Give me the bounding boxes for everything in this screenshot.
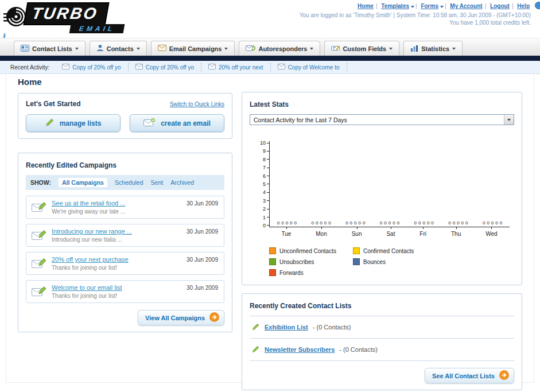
recent-activity-link[interactable]: Copy of Welcome to (288, 64, 340, 71)
campaign-row: Introducing our new range ... Introducin… (26, 224, 224, 247)
recent-activity-link[interactable]: Copy of 20% off yo (146, 64, 194, 71)
email-edit-icon (32, 201, 47, 215)
recent-activity-link[interactable]: Copy of 20% off yo (72, 64, 121, 71)
tab-custom-fields[interactable]: Custom Fields (324, 41, 399, 56)
campaign-row: Welcome to our email list Thanks for joi… (26, 280, 224, 303)
filter-sent[interactable]: Sent (151, 179, 164, 186)
filter-scheduled[interactable]: Scheduled (115, 179, 143, 186)
tab-contacts[interactable]: Contacts (90, 41, 147, 56)
separator: | (512, 3, 514, 9)
y-axis-label: 9 (263, 149, 269, 153)
top-link-templates[interactable]: Templates (381, 3, 409, 9)
manage-lists-button[interactable]: manage lists (26, 114, 121, 132)
content-frame: Home Let's Get Started Switch to Quick L… (6, 75, 534, 383)
campaign-link[interactable]: Welcome to our email list (52, 284, 184, 291)
tab-email-campaigns[interactable]: Email Campaigns (151, 41, 235, 56)
divider (250, 338, 514, 339)
chart-value-label: 0 (418, 220, 421, 226)
header: TURBO EMAIL Home| Templates| Forms| My A… (0, 0, 540, 38)
chevron-down-icon (389, 48, 393, 50)
top-link-home[interactable]: Home (358, 3, 374, 9)
chart-value-label: 0 (389, 220, 391, 226)
campaign-link[interactable]: See us at the retail food ... (52, 200, 184, 207)
orange-arrow-icon (209, 312, 219, 323)
legend-swatch (269, 247, 276, 254)
contact-list-row: Exhibition List - (0 Contacts) (250, 321, 514, 333)
top-link-my-account[interactable]: My Account (450, 3, 482, 9)
legend-item: Unsubscribes (269, 258, 353, 265)
view-all-campaigns-button[interactable]: View All Campaigns (138, 310, 224, 325)
tab-label: Statistics (421, 45, 449, 52)
stats-chart: 109876543210 000000000000000000000000000… (250, 141, 514, 276)
separator: | (415, 3, 417, 9)
campaigns-title: Recently Edited Campaigns (26, 161, 116, 169)
tab-autoresponders[interactable]: Autoresponders (239, 41, 320, 56)
contact-card-icon (21, 45, 29, 53)
chart-value-label: 0 (457, 220, 459, 226)
divider (250, 360, 514, 361)
envelope-icon (208, 64, 216, 71)
chevron-down-icon (137, 48, 140, 50)
legend-item: Unconfirmed Contacts (269, 247, 353, 254)
x-axis-label: Fri (419, 231, 426, 237)
recent-activity-link[interactable]: 20% off your next (219, 64, 263, 71)
tab-statistics[interactable]: Statistics (403, 41, 463, 56)
show-label: SHOW: (30, 179, 51, 186)
contact-list-row: Newsletter Subscribers - (0 Contacts) (250, 344, 514, 355)
chart-value-label: 0 (358, 220, 360, 226)
chart-value-label: 0 (427, 220, 429, 226)
x-axis-label: Mon (316, 231, 327, 237)
recent-activity-item: Copy of Welcome to (271, 63, 347, 71)
x-axis-label: Sat (386, 231, 395, 237)
y-axis-label: 10 (260, 141, 269, 145)
switch-quick-links[interactable]: Switch to Quick Links (170, 101, 224, 107)
campaign-row: 20% off your next purchase Thanks for jo… (26, 252, 224, 275)
campaign-row: See us at the retail food ... We're givi… (26, 196, 224, 219)
manage-lists-label: manage lists (60, 119, 102, 127)
recent-activity-item: Copy of 20% off yo (55, 63, 128, 71)
chart-value-label: 0 (286, 220, 288, 226)
campaign-link[interactable]: Introducing our new range ... (52, 228, 184, 235)
campaign-link[interactable]: 20% off your next purchase (52, 256, 184, 263)
envelope-icon (62, 64, 69, 71)
recent-activity-item: Copy of 20% off yo (129, 63, 201, 71)
top-link-help[interactable]: Help (517, 3, 530, 9)
legend-swatch (269, 269, 276, 276)
tab-contact-lists[interactable]: Contact Lists (14, 41, 86, 56)
y-axis-label: 3 (263, 199, 269, 203)
filter-archived[interactable]: Archived (170, 179, 194, 186)
tab-label: Autoresponders (258, 45, 307, 52)
select-arrow-icon (504, 115, 514, 125)
stats-period-select[interactable]: Contact Activity for the Last 7 Days (250, 114, 514, 125)
orange-arrow-icon (499, 370, 509, 381)
chart-bar-group: 00000 (311, 220, 331, 226)
see-all-contact-lists-button[interactable]: See All Contact Lists (425, 368, 514, 383)
x-axis-label: Sun (352, 231, 362, 237)
legend-label: Unsubscribes (279, 259, 314, 265)
envelope-icon (278, 64, 285, 71)
campaign-date: 30 Jun 2009 (187, 228, 218, 235)
separator: | (376, 3, 378, 9)
email-edit-icon (32, 285, 47, 300)
recent-activity-label: Recent Activity: (10, 64, 49, 71)
top-link-forms[interactable]: Forms (421, 3, 438, 9)
chart-value-label: 0 (465, 220, 468, 226)
x-axis-label: Tue (281, 231, 291, 237)
legend-item: Confirmed Contacts (353, 247, 437, 254)
top-link-logout[interactable]: Logout (490, 3, 510, 9)
chart-value-label: 0 (277, 220, 279, 226)
contact-list-link[interactable]: Exhibition List (265, 324, 308, 331)
chart-value-label: 0 (345, 220, 348, 226)
x-axis-label: Wed (485, 231, 497, 237)
create-email-button[interactable]: create an email (130, 114, 224, 132)
chart-value-label: 0 (290, 220, 292, 226)
legend-label: Forwards (279, 270, 304, 276)
legend-swatch (269, 258, 276, 265)
separator: | (445, 3, 446, 9)
pencil-icon (45, 118, 55, 129)
logo-title: TURBO (23, 2, 109, 25)
filter-all-campaigns[interactable]: All Campaigns (59, 178, 107, 187)
envelope-icon (135, 64, 143, 71)
contact-list-link[interactable]: Newsletter Subscribers (265, 346, 335, 353)
legend-label: Confirmed Contacts (363, 248, 414, 254)
